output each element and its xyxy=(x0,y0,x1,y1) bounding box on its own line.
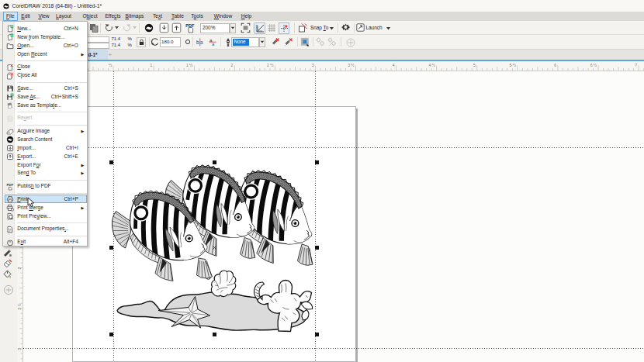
svg-text:4: 4 xyxy=(393,63,395,67)
svg-text:b: b xyxy=(196,40,199,45)
svg-text:2 ½: 2 ½ xyxy=(17,303,22,310)
svg-text:5 ½: 5 ½ xyxy=(510,63,517,67)
svg-text:5: 5 xyxy=(473,63,476,67)
svg-text:2: 2 xyxy=(231,63,234,67)
svg-text:3 ½: 3 ½ xyxy=(348,63,355,67)
svg-text:7: 7 xyxy=(635,63,637,67)
svg-text:3: 3 xyxy=(312,63,314,67)
svg-text:a: a xyxy=(200,40,203,45)
svg-text:1 ½: 1 ½ xyxy=(186,63,193,67)
svg-text:½: ½ xyxy=(109,63,113,67)
svg-text:4 ½: 4 ½ xyxy=(428,63,435,67)
svg-text:2: 2 xyxy=(17,267,22,270)
svg-text:PDF: PDF xyxy=(7,183,14,187)
svg-text:PDF: PDF xyxy=(185,23,195,28)
svg-text:3: 3 xyxy=(17,348,22,350)
svg-text:6: 6 xyxy=(554,63,556,67)
svg-text:6 ½: 6 ½ xyxy=(590,63,597,67)
svg-text:2 ½: 2 ½ xyxy=(267,63,274,67)
svg-text:1: 1 xyxy=(150,63,152,67)
